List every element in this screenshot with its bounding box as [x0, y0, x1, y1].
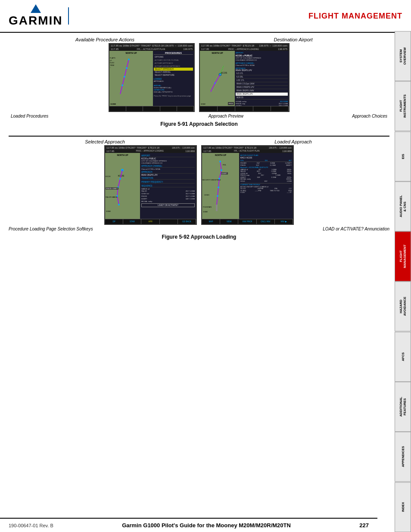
svg-point-14 — [221, 169, 222, 171]
label-load-activate: LOAD or ACTIVATE? Annunciation — [199, 227, 389, 231]
figure92-title: Figure 5-92 Approach Loading — [9, 234, 389, 240]
sidebar-tab-afcs[interactable]: AFCS — [395, 332, 411, 382]
softkey-4[interactable] — [160, 106, 177, 111]
label-loaded-approach: Loaded Approach — [199, 139, 387, 144]
label-available-procedure-actions: Available Procedure Actions — [11, 37, 199, 42]
softkey-apr[interactable]: APR — [141, 219, 159, 224]
svg-point-2 — [124, 76, 125, 78]
map4-svg — [202, 157, 239, 213]
figure-92-section: Selected Approach Loaded Approach 117.95… — [9, 139, 389, 240]
garmin-logo: GARMIN — [9, 4, 69, 28]
figure92-bottom-labels: Procedure Loading Page Selection Softkey… — [9, 227, 389, 231]
softkey-vnv2[interactable]: VNV ▶ — [275, 219, 293, 224]
softkey-2[interactable] — [126, 106, 143, 111]
sidebar-tab-appendices[interactable]: APPENDICES — [395, 432, 411, 482]
screen4-softkeys[interactable]: MAP VIEW VNV PROF CNCL VNV VNV ▶ — [202, 219, 293, 224]
sidebar-tab-eis[interactable]: EIS — [395, 131, 411, 181]
softkey-s2-4[interactable] — [253, 106, 271, 111]
main-content: Available Procedure Actions Destination … — [0, 33, 411, 253]
softkey-dp[interactable]: DP — [105, 219, 123, 224]
softkey-3[interactable] — [143, 106, 160, 111]
guide-title: Garmin G1000 Pilot's Guide for the Moone… — [122, 522, 291, 529]
softkey-s2-2[interactable] — [218, 106, 235, 111]
softkey-view[interactable]: VIEW — [220, 219, 238, 224]
svg-point-3 — [121, 84, 123, 86]
sidebar-container: SYSTEMOVERVIEW FLIGHTINSTRUMENTS EIS AUD… — [395, 0, 411, 532]
garmin-wordmark: GARMIN — [9, 14, 63, 28]
load-activate-2: LOAD? OR ACTIVATE? — [141, 203, 195, 207]
distance-label: 150NM — [110, 103, 116, 105]
north-label-2: NORTH UP — [212, 52, 223, 54]
label-destination-airport: Destination Airport — [199, 37, 387, 42]
screen2-header1: 117.95 es 166kt DTK287° TRK287° ETE15:18… — [200, 44, 289, 47]
svg-point-16 — [218, 187, 219, 188]
page-header: GARMIN FLIGHT MANAGEMENT — [0, 0, 411, 33]
softkey-cncl-vnv[interactable]: CNCL VNV — [257, 219, 275, 224]
page-footer: 190-00647-01 Rev. B Garmin G1000 Pilot's… — [0, 518, 377, 532]
screen2-softkeys — [200, 106, 289, 111]
svg-point-13 — [219, 161, 221, 162]
sidebar-tab-additional-features[interactable]: ADDITIONALFEATURES — [395, 382, 411, 432]
softkey-star[interactable]: STAR — [123, 219, 141, 224]
separator — [9, 136, 389, 137]
figure92-top-labels: Selected Approach Loaded Approach — [9, 139, 389, 144]
figure91-bottom-labels: Loaded Procedures Approach Preview Appro… — [9, 114, 389, 118]
screen3-header2: 117.95 PROC – APPROACH LOADING 118.888 — [105, 149, 196, 153]
label-selected-approach: Selected Approach — [11, 139, 199, 144]
svg-point-0 — [128, 59, 130, 60]
softkey-s2-5[interactable] — [271, 106, 289, 111]
screen1-header2: 117.95 FPL – ACTIVE FLIGHT PLAN 136.975 — [109, 47, 194, 51]
softkey-s2-1[interactable] — [200, 106, 218, 111]
softkey-s2-3[interactable] — [235, 106, 253, 111]
screen4-header2: 117.95 FPL – ACTIVE FLIGHT PLAN 118.888 — [202, 149, 293, 153]
proc-select-approach[interactable]: SELECT APPROACH — [154, 68, 193, 71]
label-proc-softkeys: Procedure Loading Page Selection Softkey… — [9, 227, 199, 231]
softkey-goback[interactable]: GO BACK — [178, 219, 196, 224]
proc-activate-missed[interactable]: ACTIVATE MISSED APPROACH — [154, 65, 193, 68]
sidebar-tab-flight-management[interactable]: FLIGHTMANAGEMENT — [395, 231, 411, 281]
screen3-header1: 117.95 es 166kt DTK287° TRK287° ETE15:18… — [105, 146, 196, 149]
sidebar-tab-system-overview[interactable]: SYSTEMOVERVIEW — [395, 31, 411, 81]
screen3-softkeys[interactable]: DP STAR APR GO BACK — [105, 219, 196, 224]
figure91-title: Figure 5-91 Approach Selection — [9, 121, 389, 127]
svg-rect-18 — [216, 205, 218, 211]
screen1-softkeys — [109, 106, 194, 111]
screen1-header1: 117.95 es 166kt DTK287° TRK287° ETE15:18… — [109, 44, 194, 47]
north-label: NORTH UP — [125, 52, 137, 54]
fp-panel-loaded: ACTIVE FLIGHT PLAN KHCI / KCOS DTKDISALT… — [239, 153, 293, 219]
procedures-panel: PROCEDURES OPTIONS ACTIVATE VECTOR-TO-FI… — [153, 51, 194, 106]
figure92-screenshots: 117.95 es 166kt DTK287° TRK287° ETE15:18… — [9, 145, 389, 225]
figure91-screen1: 117.95 es 166kt DTK287° TRK287° ETE15:18… — [109, 43, 195, 112]
proc-panel-title: PROCEDURES — [154, 52, 193, 55]
page-number: 227 — [359, 522, 369, 529]
proc-activate-approach[interactable]: ACTIVATE APPROACH — [154, 62, 193, 65]
sidebar-tab-flight-instruments[interactable]: FLIGHTINSTRUMENTS — [395, 81, 411, 131]
figure92-screen2: 117.95 es 166kt DTK287° TRK287° ETE15:18… — [201, 145, 294, 225]
label-approach-choices: Approach Choices — [280, 114, 387, 118]
proc-select-departure[interactable]: SELECT DEPARTURE — [154, 74, 193, 77]
softkey-5[interactable] — [177, 106, 194, 111]
svg-point-1 — [126, 67, 128, 69]
doc-number: 190-00647-01 Rev. B — [9, 523, 53, 528]
screen4-header1: 117.95 es 166kt DTK287° TRK287° ETE15:18… — [202, 146, 293, 149]
sidebar-tab-audio-cns[interactable]: AUDIO PANEL& CNS — [395, 181, 411, 231]
figure91-screen2: 117.95 es 166kt DTK287° TRK287° ETE15:18… — [199, 43, 290, 112]
proc-indicator: PROC — [228, 102, 234, 105]
proc-vector[interactable]: ACTIVATE VECTOR-TO-FINAL — [154, 59, 193, 62]
svg-point-17 — [217, 195, 218, 197]
svg-point-12 — [118, 204, 120, 205]
proc-options[interactable]: OPTIONS — [154, 56, 193, 59]
figure92-screen1: 117.95 es 166kt DTK287° TRK287° ETE15:18… — [104, 145, 197, 225]
loading-panel: AIRPORT: KCOS ● PUBLIC CITY OF COLORADO … — [140, 153, 196, 219]
label-approach-preview: Approach Preview — [172, 114, 280, 118]
map2-route-svg: KCOS — [202, 57, 239, 100]
label-loaded-procedures: Loaded Procedures — [11, 114, 172, 118]
sidebar-tab-index[interactable]: INDEX — [395, 482, 411, 532]
softkey-1[interactable] — [109, 106, 126, 111]
softkey-map[interactable]: MAP — [202, 219, 220, 224]
softkey-vnv-prof[interactable]: VNV PROF — [238, 219, 256, 224]
figure-91-section: Available Procedure Actions Destination … — [9, 37, 389, 127]
proc-select-arrival[interactable]: SELECT ARRIVAL — [154, 71, 193, 74]
softkey-empty — [160, 219, 178, 224]
sidebar-tab-hazard-avoidance[interactable]: HAZARDAVOIDANCE — [395, 281, 411, 331]
